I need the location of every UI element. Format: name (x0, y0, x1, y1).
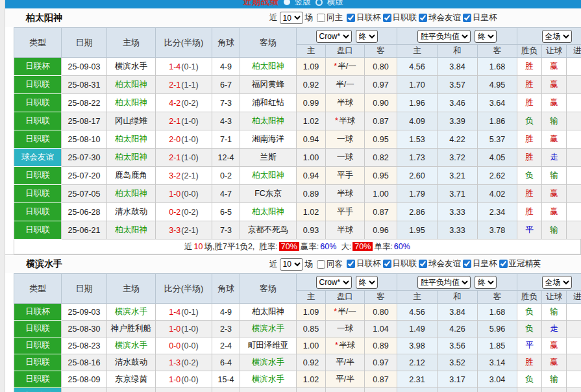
league-checkbox[interactable] (347, 260, 355, 268)
home-team-link[interactable]: 冈山绿雉 (115, 116, 147, 125)
away-team-cell[interactable]: 湘南海洋 (240, 130, 297, 149)
league-filter[interactable]: 日职联 (383, 12, 417, 23)
home-team-link[interactable]: 清水鼓动 (115, 358, 147, 367)
home-team-cell[interactable]: 柏太阳神 (107, 185, 156, 203)
away-team-cell[interactable]: 京都不死鸟 (240, 221, 297, 239)
home-team-link[interactable]: 柏太阳神 (115, 189, 147, 198)
home-team-link[interactable]: 柏太阳神 (115, 153, 147, 162)
odds-company-select[interactable]: Crow* (316, 30, 352, 43)
home-team-link[interactable]: 柏太阳神 (115, 80, 147, 89)
away-team-link[interactable]: 柏太阳神 (252, 116, 284, 125)
away-team-link[interactable]: 横滨水手 (252, 324, 284, 333)
home-team-cell[interactable]: 清水鼓动 (107, 203, 156, 221)
league-checkbox[interactable] (499, 260, 508, 268)
horizontal-layout-label[interactable]: 横版 (327, 0, 343, 8)
same-away-checkbox[interactable] (317, 260, 325, 269)
avg-type-select[interactable]: 胜平负均值 (417, 276, 471, 289)
away-team-cell[interactable]: FC东京 (240, 185, 297, 203)
league-filter[interactable]: 日联杯 (347, 258, 381, 269)
same-venue-filter-2[interactable]: 同客 (317, 259, 343, 270)
home-team-cell[interactable]: 鹿岛鹿角 (107, 167, 156, 185)
league-filter[interactable]: 球会友谊 (419, 258, 461, 269)
odds-company-select[interactable]: Crow* (316, 276, 352, 289)
away-team-link[interactable]: 町田泽维亚 (248, 341, 289, 350)
away-team-cell[interactable]: 浦和红钻 (240, 94, 297, 112)
avg-stage-select[interactable]: 终 (475, 276, 497, 289)
home-team-link[interactable]: 横滨水手 (115, 341, 147, 350)
league-checkbox[interactable] (347, 14, 355, 22)
scope-select[interactable]: 全场 (542, 30, 572, 43)
league-filter[interactable]: 日联杯 (347, 12, 381, 23)
away-team-cell[interactable]: 柏太阳神 (240, 112, 297, 130)
same-venue-filter-1[interactable]: 同主 (317, 12, 343, 23)
home-team-link[interactable]: 柏太阳神 (115, 225, 147, 234)
away-team-cell[interactable]: 兰斯 (240, 149, 297, 167)
away-team-link[interactable]: 湘南海洋 (252, 134, 284, 143)
scope-select[interactable]: 全场 (542, 276, 572, 289)
away-team-link[interactable]: 京都不死鸟 (248, 225, 289, 234)
league-filter[interactable]: 日皇杯 (463, 258, 497, 269)
home-team-cell[interactable]: 清水鼓动 (107, 354, 156, 371)
home-team-cell[interactable]: 柏太阳神 (107, 149, 156, 167)
away-team-cell[interactable]: 柏太阳神 (240, 203, 297, 221)
away-team-link[interactable]: 柏太阳神 (252, 62, 284, 71)
home-team-link[interactable]: 清水鼓动 (115, 207, 147, 216)
horizontal-layout-radio[interactable] (315, 0, 323, 6)
away-team-cell[interactable]: 柏太阳神 (240, 304, 297, 321)
home-team-link[interactable]: 柏太阳神 (115, 98, 147, 107)
same-home-checkbox[interactable] (317, 14, 325, 22)
away-team-link[interactable]: 柏太阳神 (252, 207, 284, 216)
away-team-link[interactable]: 柏太阳神 (252, 171, 284, 180)
away-team-link[interactable]: 福冈黄蜂 (252, 80, 284, 89)
home-team-cell[interactable]: 柏太阳神 (107, 221, 156, 239)
avg-type-select[interactable]: 胜平负均值 (417, 30, 471, 43)
away-team-link[interactable]: 兰斯 (260, 153, 277, 162)
away-team-cell[interactable]: 横滨水手 (240, 371, 297, 388)
away-team-link[interactable]: 横滨水手 (252, 358, 284, 367)
league-filter[interactable]: 球会友谊 (419, 12, 461, 23)
away-team-cell[interactable]: 柏太阳神 (240, 58, 297, 76)
home-team-link[interactable]: 神户胜利船 (111, 324, 152, 333)
away-team-cell[interactable] (240, 388, 297, 392)
away-team-cell[interactable]: 横滨水手 (240, 321, 297, 337)
league-filter[interactable]: 亚冠精英 (499, 258, 541, 269)
home-team-cell[interactable]: 柏太阳神 (107, 94, 156, 112)
away-team-link[interactable]: 浦和红钻 (252, 98, 284, 107)
home-team-cell[interactable]: 横滨水手 (107, 304, 156, 321)
home-team-cell[interactable]: 神户胜利船 (107, 321, 156, 337)
league-checkbox[interactable] (419, 260, 427, 268)
odds-stage-select[interactable]: 终 (356, 30, 378, 43)
home-team-cell[interactable]: 冈山绿雉 (107, 112, 156, 130)
away-team-cell[interactable]: 町田泽维亚 (240, 337, 297, 354)
match-count-select-1[interactable]: 10 (280, 12, 303, 24)
home-team-cell[interactable]: 东京绿茵 (107, 371, 156, 388)
league-filter[interactable]: 日皇杯 (463, 12, 497, 23)
home-team-link[interactable]: 横滨水手 (115, 307, 147, 316)
home-team-cell[interactable] (107, 388, 156, 392)
home-team-link[interactable]: 东京绿茵 (115, 374, 147, 384)
odds-stage-select[interactable]: 终 (356, 276, 378, 289)
match-count-select-2[interactable]: 10 (280, 258, 303, 271)
home-team-cell[interactable]: 柏太阳神 (107, 76, 156, 94)
home-team-link[interactable]: 横滨水手 (115, 62, 147, 71)
vertical-layout-label[interactable]: 竖版 (295, 0, 311, 8)
home-team-link[interactable]: 柏太阳神 (115, 134, 147, 143)
away-team-cell[interactable]: 福冈黄蜂 (240, 76, 297, 94)
home-team-cell[interactable]: 柏太阳神 (107, 130, 156, 149)
league-checkbox[interactable] (383, 260, 391, 268)
league-filter[interactable]: 日职联 (383, 258, 417, 269)
vertical-layout-radio[interactable] (284, 0, 290, 5)
away-team-cell[interactable]: 柏太阳神 (240, 167, 297, 185)
avg-stage-select[interactable]: 终 (475, 30, 497, 43)
away-team-link[interactable]: FC东京 (254, 189, 282, 198)
league-checkbox[interactable] (463, 14, 471, 22)
home-team-link[interactable]: 鹿岛鹿角 (115, 171, 147, 180)
league-checkbox[interactable] (463, 260, 471, 268)
home-team-cell[interactable]: 横滨水手 (107, 337, 156, 354)
league-checkbox[interactable] (383, 14, 391, 22)
away-team-cell[interactable]: 横滨水手 (240, 354, 297, 371)
away-team-link[interactable]: 横滨水手 (252, 374, 284, 384)
home-team-cell[interactable]: 横滨水手 (107, 58, 156, 76)
league-checkbox[interactable] (419, 14, 427, 22)
away-team-link[interactable]: 柏太阳神 (252, 307, 284, 316)
